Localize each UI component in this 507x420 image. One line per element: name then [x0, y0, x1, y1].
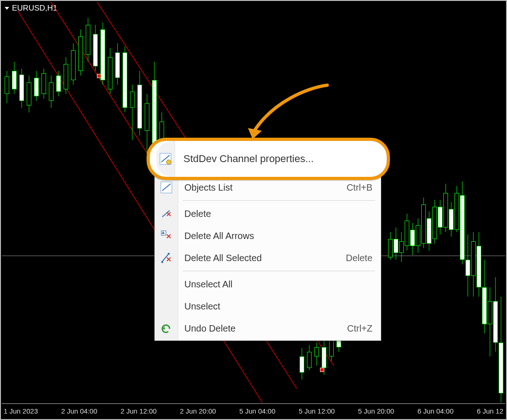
menu-item-label: Delete [184, 209, 211, 219]
delete-selected-icon [160, 252, 172, 264]
undo-icon [160, 322, 172, 334]
menu-item-stddev-properties-label[interactable]: StdDev Channel properties... [183, 153, 314, 165]
time-axis-label: 2 Jun 04:00 [61, 407, 97, 415]
menu-item-label: Unselect All [184, 279, 233, 290]
svg-rect-12 [168, 253, 170, 255]
time-axis-label: 5 Jun 12:00 [299, 407, 335, 415]
channel-gear-icon [159, 153, 171, 165]
time-axis-label: 2 Jun 20:00 [180, 407, 216, 415]
menu-item-shortcut: Ctrl+Z [347, 323, 372, 334]
menu-separator [183, 200, 375, 201]
highlight-callout: StdDev Channel properties... [147, 138, 390, 180]
menu-item-shortcut: Ctrl+B [347, 182, 372, 193]
menu-item-label: Objects List [184, 182, 232, 193]
menu-item[interactable]: Delete [155, 203, 381, 225]
menu-item-shortcut: Delete [346, 253, 372, 263]
menu-item-label: Delete All Selected [184, 253, 262, 263]
menu-item[interactable]: Unselect [155, 295, 381, 317]
menu-item[interactable]: Delete All SelectedDelete [155, 247, 381, 269]
menu-item[interactable]: Unselect All [155, 273, 381, 295]
menu-item-label: Undo Delete [184, 323, 236, 334]
time-axis-label: 2 Jun 12:00 [120, 407, 156, 415]
menu-item[interactable]: Undo DeleteCtrl+Z [155, 317, 381, 339]
svg-rect-11 [161, 261, 163, 263]
menu-item[interactable]: Delete All Arrows [155, 225, 381, 247]
time-axis: 1 Jun 20232 Jun 04:002 Jun 12:002 Jun 20… [2, 403, 505, 418]
time-axis-label: 6 Jun 04:00 [418, 407, 454, 415]
delete-line-icon [160, 208, 172, 220]
time-axis-label: 5 Jun 04:00 [239, 407, 275, 415]
time-axis-label: 5 Jun 20:00 [358, 407, 394, 415]
svg-point-15 [166, 160, 171, 164]
menu-separator [183, 271, 375, 271]
time-axis-label: 1 Jun 2023 [4, 407, 38, 415]
time-axis-label: 6 Jun 12 [477, 407, 503, 415]
channel-icon [160, 181, 172, 193]
menu-item-label: Unselect [184, 301, 220, 312]
delete-arrows-icon [160, 230, 172, 242]
menu-item-label: Delete All Arrows [184, 231, 254, 241]
